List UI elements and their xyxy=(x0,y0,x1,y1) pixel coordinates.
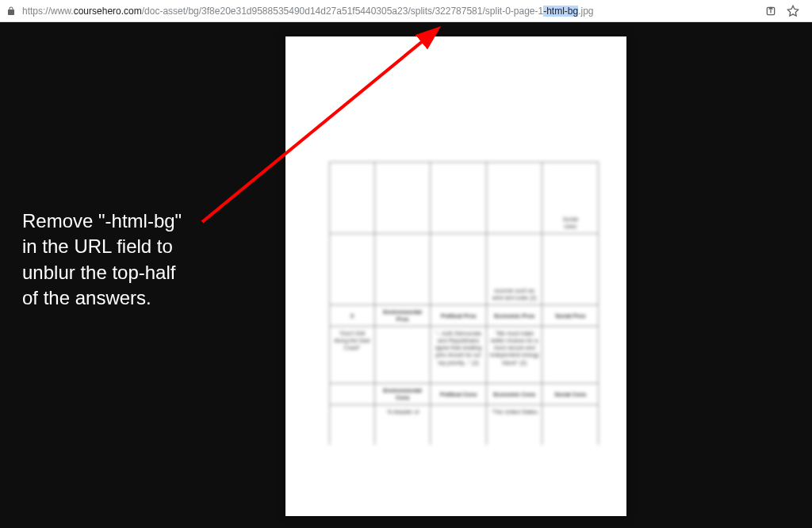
cell-header: Economic Cons xyxy=(486,384,542,405)
instruction-line: in the URL field to xyxy=(22,235,173,257)
table-row: "A disaster of "The United States xyxy=(330,405,599,445)
cell-header: Environmental Cons xyxy=(374,384,431,405)
url-path: /doc-asset/bg/3f8e20e31d9588535490d14d27… xyxy=(142,6,543,17)
table-row: "Don't Drill Along the East Coast" "...b… xyxy=(330,327,599,384)
bookmark-star-icon[interactable] xyxy=(787,5,799,17)
cell-text: "The United States xyxy=(486,405,542,445)
svg-marker-1 xyxy=(787,6,798,16)
url-prefix: https://www. xyxy=(22,6,74,17)
lock-icon xyxy=(6,6,16,17)
image-viewer-area: Social Uses sources such as wind and sol… xyxy=(0,22,812,528)
instruction-line: of the answers. xyxy=(22,287,151,308)
address-bar-actions xyxy=(764,5,806,17)
url-highlighted-segment: -html-bg xyxy=(543,6,578,17)
document-table: Social Uses sources such as wind and sol… xyxy=(329,162,599,445)
cell-text: "...both Democrats and Republicans agree… xyxy=(431,327,487,384)
table-row: sources such as wind and solar (2) xyxy=(330,234,599,305)
cell-text: "A disaster of xyxy=(374,405,431,445)
blurred-document-content: Social Uses sources such as wind and sol… xyxy=(329,162,599,445)
browser-address-bar: https://www.coursehero.com/doc-asset/bg/… xyxy=(0,0,812,22)
cell-text: "We must make better choices for a more … xyxy=(486,327,542,384)
table-row: Environmental Cons Political Cons Econom… xyxy=(330,384,599,405)
cell-text: Uses xyxy=(564,224,576,229)
cell-header: Political Cons xyxy=(431,384,487,405)
table-row: 3 Environmental Pros Political Pros Econ… xyxy=(330,305,599,327)
cell-header: Social Pros xyxy=(542,305,599,327)
cell-text: Social xyxy=(563,216,578,222)
table-row: Social Uses xyxy=(330,163,599,234)
instruction-annotation: Remove "-html-bg" in the URL field to un… xyxy=(22,209,182,312)
cell-header: Environmental Pros xyxy=(374,305,431,327)
url-domain: coursehero.com xyxy=(74,6,142,17)
document-page: Social Uses sources such as wind and sol… xyxy=(285,36,626,516)
cell-header: Political Pros xyxy=(431,305,487,327)
instruction-line: Remove "-html-bg" xyxy=(22,210,182,231)
url-suffix: .jpg xyxy=(578,6,593,17)
instruction-line: unblur the top-half xyxy=(22,262,175,283)
share-icon[interactable] xyxy=(764,5,777,17)
cell-text: "Don't Drill Along the East Coast" xyxy=(330,327,375,384)
url-input[interactable]: https://www.coursehero.com/doc-asset/bg/… xyxy=(22,6,758,17)
cell-header: Social Cons xyxy=(542,384,599,405)
cell-text: sources such as wind and solar (2) xyxy=(486,234,542,305)
cell-header: Economic Pros xyxy=(486,305,542,327)
